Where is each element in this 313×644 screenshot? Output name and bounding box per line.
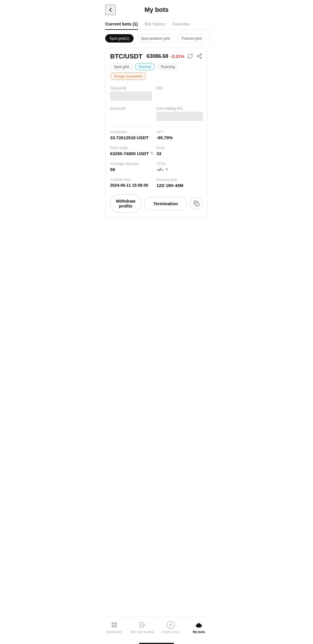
apy-value: -95.79%	[156, 135, 203, 140]
dashboard-icon	[110, 621, 118, 629]
roi-cell: ROI	[156, 84, 203, 103]
grids-value: 33	[156, 151, 203, 156]
investment-item: Investment 33.72613518 USDT	[110, 126, 156, 142]
svg-point-20	[199, 625, 200, 626]
bot-price: 63086.68	[146, 53, 168, 59]
sync-icon-btn[interactable]	[187, 53, 194, 60]
tpsl-value: --/-- ✎	[156, 167, 203, 172]
termination-button[interactable]: Termination	[144, 197, 187, 210]
svg-rect-9	[114, 625, 117, 628]
svg-rect-22	[196, 625, 196, 626]
coin-holding-placeholder	[156, 112, 203, 121]
svg-rect-8	[112, 625, 114, 628]
price-range-item: Price range 63250-74800 USDT ✎	[110, 142, 156, 158]
profit-grid: Total profit ROI	[110, 84, 203, 103]
nav-dashboard[interactable]: Dashboard	[100, 619, 128, 635]
tab-favorites[interactable]: Favorites	[172, 18, 190, 30]
home-indicator	[139, 643, 174, 644]
svg-rect-23	[201, 625, 202, 626]
roi-label: ROI	[156, 86, 203, 90]
running-time-value: 12D 19H 40M	[156, 183, 203, 188]
create-bot-icon	[167, 621, 175, 629]
creation-time-label: Creation time	[110, 178, 156, 182]
investment-value: 33.72613518 USDT	[110, 135, 156, 140]
nav-bot-copy-trading-label: Bot copy trading	[131, 630, 154, 634]
investment-label: Investment	[110, 130, 156, 134]
running-time-label: Running time	[156, 178, 203, 182]
creation-time-item: Creation time 2024-06-11 15:06:00	[110, 174, 156, 190]
header: My bots	[100, 0, 213, 18]
tag-spot-grid: Spot grid	[110, 63, 133, 70]
svg-line-3	[199, 56, 200, 57]
apy-label: APY	[156, 130, 203, 134]
bot-price-section: 63086.68 -2.01%	[146, 53, 184, 59]
svg-point-19	[198, 625, 199, 626]
running-time-item: Running time 12D 19H 40M	[156, 174, 203, 190]
svg-rect-7	[114, 622, 117, 625]
grids-item: Grids 33	[156, 142, 203, 158]
bot-copy-trading-icon	[138, 621, 146, 629]
arbitrage-label: Arbitrage attempts	[110, 162, 156, 166]
tpsl-edit-icon[interactable]: ✎	[165, 167, 168, 172]
svg-line-4	[199, 55, 200, 56]
svg-rect-21	[198, 626, 199, 627]
tag-running: Running	[157, 63, 179, 70]
price-range-label: Price range	[110, 146, 156, 150]
bot-card: BTC/USDT 63086.68 -2.01%	[105, 48, 208, 218]
filter-spot-position[interactable]: Spot position grid	[137, 34, 174, 43]
nav-my-bots-label: My bots	[193, 630, 205, 634]
tags-row: Spot grid Normal Running Range exceeded	[110, 63, 203, 80]
arbitrage-value: 59	[110, 167, 156, 172]
filter-futures-grid[interactable]: Futures grid	[177, 34, 206, 43]
nav-dashboard-label: Dashboard	[106, 630, 122, 634]
nav-create-a-bot[interactable]: Create a bot	[156, 619, 185, 635]
total-profit-placeholder	[110, 91, 152, 101]
price-range-value: 63250-74800 USDT ✎	[110, 151, 156, 156]
nav-bot-copy-trading[interactable]: Bot copy trading	[128, 619, 157, 635]
page-title: My bots	[144, 6, 168, 14]
back-button[interactable]	[105, 5, 116, 15]
bot-card-header: BTC/USDT 63086.68 -2.01%	[110, 53, 203, 60]
nav-my-bots[interactable]: My bots	[185, 619, 213, 635]
filter-spot-grid[interactable]: Spot grid(1)	[105, 34, 134, 43]
total-profit-cell: Total profit	[110, 84, 156, 103]
tpsl-item: TP/SL --/-- ✎	[156, 158, 203, 174]
stats-grid: Investment 33.72613518 USDT APY -95.79% …	[110, 126, 203, 190]
svg-rect-18	[198, 623, 200, 625]
total-profit-label: Total profit	[110, 86, 156, 90]
arbitrage-item: Arbitrage attempts 59	[110, 158, 156, 174]
my-bots-icon	[195, 621, 203, 629]
tpsl-label: TP/SL	[156, 162, 203, 166]
withdraw-profits-button[interactable]: Withdraw profits	[110, 194, 141, 213]
bot-pair: BTC/USDT	[110, 53, 142, 60]
nav-create-bot-label: Create a bot	[162, 630, 179, 634]
share-icon-btn[interactable]	[196, 53, 203, 60]
grid-profit-label: Grid profit	[110, 107, 156, 111]
profit-grid-2: Grid profit Coin holding PnL	[110, 104, 203, 123]
coin-holding-label: Coin holding PnL	[156, 107, 203, 111]
tag-range-exceeded: Range exceeded	[110, 73, 146, 80]
action-row: Withdraw profits Termination	[110, 194, 203, 213]
apy-item: APY -95.79%	[156, 126, 203, 142]
filter-futures-position[interactable]: Futures position	[209, 34, 213, 43]
price-range-edit-icon[interactable]: ✎	[150, 151, 154, 156]
grid-profit-cell: Grid profit	[110, 104, 156, 123]
tab-bar: Current bots (1) Bot history Favorites	[100, 18, 213, 30]
coin-holding-cell: Coin holding PnL	[156, 104, 203, 123]
filter-row: Spot grid(1) Spot position grid Futures …	[100, 30, 213, 45]
tab-current-bots[interactable]: Current bots (1)	[105, 18, 138, 30]
bot-change: -2.01%	[170, 54, 184, 59]
grids-label: Grids	[156, 146, 203, 150]
creation-time-value: 2024-06-11 15:06:00	[110, 183, 156, 188]
bottom-nav: Dashboard Bot copy trading Create a bot	[100, 616, 213, 641]
svg-rect-5	[196, 203, 199, 206]
svg-rect-6	[112, 622, 114, 625]
tab-bot-history[interactable]: Bot history	[145, 18, 165, 30]
tag-normal: Normal	[135, 63, 155, 70]
copy-bot-button[interactable]	[190, 197, 203, 210]
